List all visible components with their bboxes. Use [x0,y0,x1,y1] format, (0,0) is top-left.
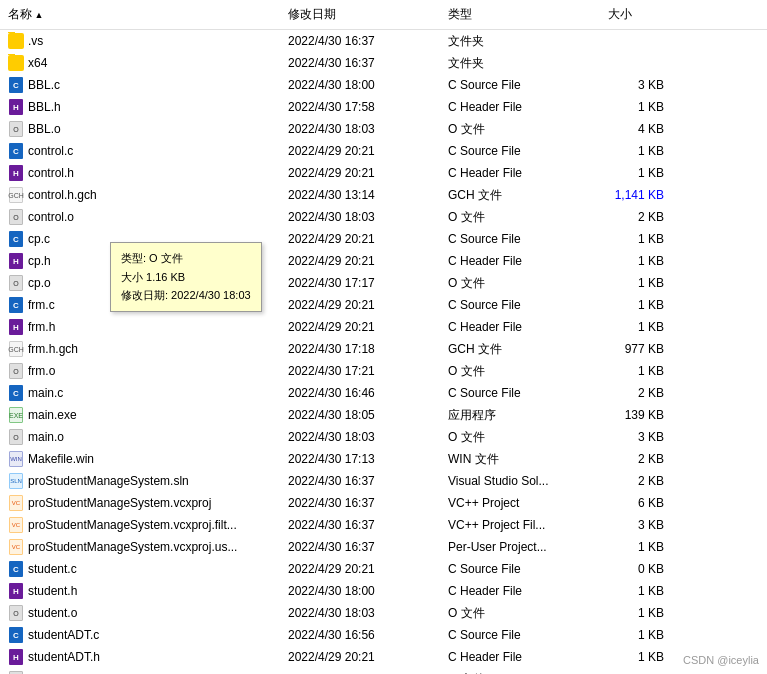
file-date: 2022/4/30 18:03 [280,209,440,225]
file-size: 1 KB [600,165,680,181]
file-size: 1 KB [600,627,680,643]
file-date: 2022/4/29 20:21 [280,231,440,247]
o-file-icon: O [8,429,24,445]
table-row[interactable]: .vs 2022/4/30 16:37 文件夹 [0,30,767,52]
file-size: 3 KB [600,517,680,533]
o-file-icon: O [8,363,24,379]
table-row[interactable]: WIN Makefile.win 2022/4/30 17:13 WIN 文件 … [0,448,767,470]
file-date: 2022/4/30 16:37 [280,33,440,49]
file-size: 0 KB [600,561,680,577]
file-date: 2022/4/30 18:03 [280,605,440,621]
file-type: 应用程序 [440,406,600,425]
file-name-cell: O main.o [0,428,280,446]
file-name: frm.h [28,320,55,334]
table-row[interactable]: VC proStudentManageSystem.vcxproj.us... … [0,536,767,558]
file-name-cell: O studentADT.o [0,670,280,674]
file-size: 3 KB [600,429,680,445]
h-header-icon: H [8,583,24,599]
file-type: VC++ Project Fil... [440,517,600,533]
file-date: 2022/4/30 16:37 [280,495,440,511]
sln-icon: SLN [8,473,24,489]
folder-icon [8,33,24,49]
file-name-cell: H BBL.h [0,98,280,116]
file-name-cell: C studentADT.c [0,626,280,644]
file-name: BBL.h [28,100,61,114]
file-name-cell: VC proStudentManageSystem.vcxproj [0,494,280,512]
file-type: O 文件 [440,120,600,139]
table-row[interactable]: O student.o 2022/4/30 18:03 O 文件 1 KB [0,602,767,624]
table-row[interactable]: C control.c 2022/4/29 20:21 C Source Fil… [0,140,767,162]
file-type: O 文件 [440,670,600,675]
table-row[interactable]: H student.h 2022/4/30 18:00 C Header Fil… [0,580,767,602]
col-name-header[interactable]: 名称 [0,4,280,25]
file-name: control.c [28,144,73,158]
table-row[interactable]: O frm.o 2022/4/30 17:21 O 文件 1 KB [0,360,767,382]
file-name: Makefile.win [28,452,94,466]
table-row[interactable]: O control.o 2022/4/30 18:03 O 文件 2 KB [0,206,767,228]
table-row[interactable]: O main.o 2022/4/30 18:03 O 文件 3 KB [0,426,767,448]
col-type-header[interactable]: 类型 [440,4,600,25]
file-date: 2022/4/30 18:05 [280,407,440,423]
file-type: VC++ Project [440,495,600,511]
file-explorer: 名称 修改日期 类型 大小 .vs 2022/4/30 16:37 文件夹 x6… [0,0,767,674]
table-row[interactable]: H studentADT.h 2022/4/29 20:21 C Header … [0,646,767,668]
file-date: 2022/4/30 18:03 [280,429,440,445]
file-type: C Header File [440,649,600,665]
table-row[interactable]: C studentADT.c 2022/4/30 16:56 C Source … [0,624,767,646]
c-source-icon: C [8,385,24,401]
col-size-header[interactable]: 大小 [600,4,680,25]
table-row[interactable]: GCH control.h.gch 2022/4/30 13:14 GCH 文件… [0,184,767,206]
table-row[interactable]: SLN proStudentManageSystem.sln 2022/4/30… [0,470,767,492]
table-row[interactable]: H control.h 2022/4/29 20:21 C Header Fil… [0,162,767,184]
file-name: main.c [28,386,63,400]
file-date: 2022/4/30 16:37 [280,517,440,533]
table-row[interactable]: H frm.h 2022/4/29 20:21 C Header File 1 … [0,316,767,338]
file-size [600,62,680,64]
file-name-cell: O cp.o [0,274,280,292]
h-header-icon: H [8,319,24,335]
file-date: 2022/4/30 17:18 [280,341,440,357]
file-size: 4 KB [600,121,680,137]
table-row[interactable]: EXE main.exe 2022/4/30 18:05 应用程序 139 KB [0,404,767,426]
vcxproj-icon: VC [8,517,24,533]
c-source-icon: C [8,143,24,159]
file-type: C Header File [440,99,600,115]
file-name-cell: x64 [0,54,280,72]
file-size: 1 KB [600,583,680,599]
table-row[interactable]: C student.c 2022/4/29 20:21 C Source Fil… [0,558,767,580]
table-row[interactable]: O studentADT.o 2022/4/30 18:04 O 文件 2 KB [0,668,767,674]
file-size: 1 KB [600,539,680,555]
h-header-icon: H [8,165,24,181]
file-type: C Source File [440,77,600,93]
table-row[interactable]: C frm.c 2022/4/29 20:21 C Source File 1 … [0,294,767,316]
o-file-icon: O [8,275,24,291]
file-date: 2022/4/29 20:21 [280,649,440,665]
file-size: 1 KB [600,231,680,247]
file-type: O 文件 [440,604,600,623]
table-row[interactable]: C cp.c 2022/4/29 20:21 C Source File 1 K… [0,228,767,250]
file-list[interactable]: .vs 2022/4/30 16:37 文件夹 x64 2022/4/30 16… [0,30,767,674]
table-row[interactable]: x64 2022/4/30 16:37 文件夹 [0,52,767,74]
table-row[interactable]: H BBL.h 2022/4/30 17:58 C Header File 1 … [0,96,767,118]
table-row[interactable]: H cp.h 2022/4/29 20:21 C Header File 1 K… [0,250,767,272]
file-date: 2022/4/29 20:21 [280,561,440,577]
gch-icon: GCH [8,187,24,203]
file-name-cell: C cp.c [0,230,280,248]
table-row[interactable]: C BBL.c 2022/4/30 18:00 C Source File 3 … [0,74,767,96]
file-type: Visual Studio Sol... [440,473,600,489]
table-row[interactable]: C main.c 2022/4/30 16:46 C Source File 2… [0,382,767,404]
folder-icon [8,55,24,71]
table-row[interactable]: O cp.o 2022/4/30 17:17 O 文件 1 KB [0,272,767,294]
table-row[interactable]: VC proStudentManageSystem.vcxproj 2022/4… [0,492,767,514]
file-name-cell: H cp.h [0,252,280,270]
vcxproj-icon: VC [8,539,24,555]
file-name-cell: VC proStudentManageSystem.vcxproj.us... [0,538,280,556]
table-row[interactable]: GCH frm.h.gch 2022/4/30 17:18 GCH 文件 977… [0,338,767,360]
file-size: 1 KB [600,253,680,269]
table-row[interactable]: O BBL.o 2022/4/30 18:03 O 文件 4 KB [0,118,767,140]
file-name-cell: O student.o [0,604,280,622]
file-size: 2 KB [600,451,680,467]
table-row[interactable]: VC proStudentManageSystem.vcxproj.filt..… [0,514,767,536]
file-name-cell: C BBL.c [0,76,280,94]
col-date-header[interactable]: 修改日期 [280,4,440,25]
